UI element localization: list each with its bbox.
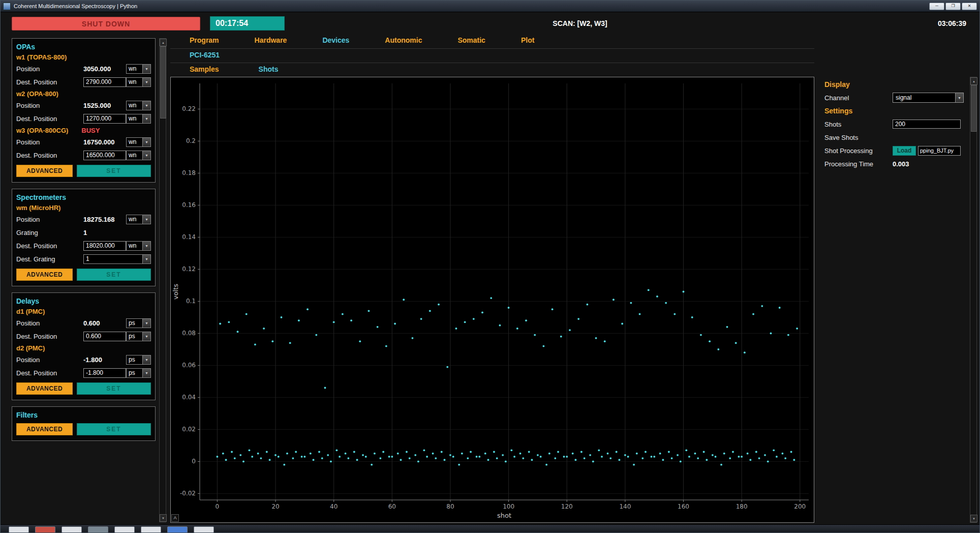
units-value: ps (127, 356, 142, 363)
scroll-up-icon[interactable]: ▲ (970, 77, 977, 85)
menu-item-devices[interactable]: Devices (322, 36, 349, 44)
minimize-button[interactable]: ─ (929, 3, 944, 10)
scroll-down-icon[interactable]: ▼ (970, 515, 977, 522)
chevron-down-icon[interactable]: ▼ (955, 93, 963, 102)
scroll-up-icon[interactable]: ▲ (160, 39, 167, 46)
chevron-down-icon[interactable]: ▼ (142, 78, 150, 86)
taskbar-item[interactable] (114, 526, 135, 533)
main-menu: ProgramHardwareDevicesAutonomicSomaticPl… (190, 36, 534, 44)
taskbar-item[interactable] (35, 526, 55, 533)
menu-item-plot[interactable]: Plot (521, 36, 534, 44)
chevron-down-icon[interactable]: ▼ (142, 255, 150, 263)
destination-input[interactable] (83, 241, 126, 251)
units-select[interactable]: wn▼ (126, 114, 151, 124)
sidebar-scrollbar[interactable]: ▲ ▼ (159, 38, 166, 522)
view-tab-samples[interactable]: Samples (190, 65, 219, 73)
shots-plot-container[interactable]: 020406080100120140160180200-0.0200.020.0… (170, 77, 814, 523)
svg-text:0.08: 0.08 (182, 330, 196, 337)
units-select[interactable]: ps▼ (126, 355, 151, 365)
load-button[interactable]: Load (893, 146, 916, 156)
shots-scatter-plot[interactable]: 020406080100120140160180200-0.0200.020.0… (171, 77, 814, 522)
advanced-button[interactable]: ADVANCED (16, 382, 73, 395)
chevron-down-icon[interactable]: ▼ (142, 215, 150, 224)
menu-item-hardware[interactable]: Hardware (255, 36, 287, 44)
hardware-sidebar: OPAsw1 (TOPAS-800)Position3050.000wn▼Des… (12, 38, 156, 522)
control-label: Dest. Grating (16, 255, 83, 263)
scroll-down-icon[interactable]: ▼ (160, 514, 167, 522)
destination-input[interactable] (83, 77, 126, 87)
set-button[interactable]: SET (77, 165, 151, 177)
scrollbar-thumb[interactable] (971, 85, 977, 132)
menu-item-autonomic[interactable]: Autonomic (385, 36, 422, 44)
svg-text:0.06: 0.06 (182, 362, 196, 369)
windows-taskbar[interactable] (1, 524, 979, 533)
units-select[interactable]: wn▼ (126, 241, 151, 251)
units-select[interactable]: ps▼ (126, 368, 151, 378)
chevron-down-icon[interactable]: ▼ (142, 138, 150, 146)
chevron-down-icon[interactable]: ▼ (142, 114, 150, 123)
grating-select[interactable]: 1▼ (83, 254, 151, 264)
set-button[interactable]: SET (77, 269, 151, 281)
scrollbar-thumb[interactable] (160, 46, 166, 119)
menu-item-program[interactable]: Program (190, 36, 219, 44)
position-readout: 0.600 (83, 319, 126, 327)
taskbar-item[interactable] (62, 526, 82, 533)
taskbar-item[interactable] (167, 526, 188, 533)
destination-input[interactable] (83, 114, 126, 124)
destination-input[interactable] (83, 368, 126, 378)
advanced-button[interactable]: ADVANCED (16, 165, 73, 177)
units-select[interactable]: wn▼ (126, 77, 151, 87)
device-tab-pci-6251[interactable]: PCI-6251 (190, 51, 220, 59)
units-value: ps (127, 369, 142, 376)
view-tabs: SamplesShots (190, 65, 278, 73)
device-heading: wm (MicroHR) (16, 202, 151, 213)
units-select[interactable]: wn▼ (126, 215, 151, 224)
svg-text:0.18: 0.18 (182, 169, 196, 176)
autoscale-button[interactable]: A (171, 514, 179, 522)
taskbar-item[interactable] (88, 526, 108, 533)
view-tab-shots[interactable]: Shots (259, 65, 279, 73)
shots-input[interactable] (893, 120, 961, 129)
chevron-down-icon[interactable]: ▼ (142, 319, 150, 328)
menu-item-somatic[interactable]: Somatic (457, 36, 485, 44)
units-select[interactable]: wn▼ (126, 64, 151, 74)
taskbar-item[interactable] (194, 526, 214, 533)
chevron-down-icon[interactable]: ▼ (142, 369, 150, 377)
channel-select[interactable]: signal ▼ (893, 93, 964, 103)
chevron-down-icon[interactable]: ▼ (142, 332, 150, 341)
svg-text:40: 40 (330, 503, 338, 510)
units-select[interactable]: ps▼ (126, 318, 151, 328)
taskbar-item[interactable] (9, 526, 29, 533)
maximize-button[interactable]: ❐ (945, 3, 961, 10)
processing-file-input[interactable] (918, 146, 961, 156)
chevron-down-icon[interactable]: ▼ (142, 101, 150, 110)
advanced-button[interactable]: ADVANCED (16, 423, 73, 435)
units-select[interactable]: wn▼ (126, 101, 151, 110)
busy-status-badge: BUSY (81, 127, 100, 134)
units-select[interactable]: wn▼ (126, 151, 151, 160)
main-scrollbar[interactable]: ▲ ▼ (970, 77, 977, 523)
chevron-down-icon[interactable]: ▼ (142, 65, 150, 73)
device-name: w2 (OPA-800) (16, 90, 58, 98)
chevron-down-icon[interactable]: ▼ (142, 242, 150, 250)
taskbar-item[interactable] (141, 526, 161, 533)
chevron-down-icon[interactable]: ▼ (142, 356, 150, 364)
control-label: Dest. Position (16, 115, 83, 123)
display-settings-panel: Display Channel signal ▼ Settings Shots … (824, 78, 968, 170)
advanced-button[interactable]: ADVANCED (16, 269, 73, 281)
destination-input[interactable] (83, 151, 126, 160)
close-button[interactable]: ✕ (962, 3, 977, 10)
chevron-down-icon[interactable]: ▼ (142, 151, 150, 160)
control-row: Grating1 (16, 226, 151, 239)
window-titlebar[interactable]: Coherent Multidimensional Spectroscopy |… (1, 1, 979, 12)
destination-input[interactable] (83, 332, 126, 341)
set-button[interactable]: SET (77, 382, 151, 395)
set-button[interactable]: SET (77, 423, 151, 435)
button-row: ADVANCEDSET (16, 165, 151, 177)
window-title: Coherent Multidimensional Spectroscopy |… (14, 3, 137, 9)
units-select[interactable]: ps▼ (126, 332, 151, 341)
shutdown-button[interactable]: SHUT DOWN (12, 17, 200, 31)
units-value: wn (127, 102, 142, 109)
units-select[interactable]: wn▼ (126, 137, 151, 147)
svg-text:200: 200 (794, 503, 806, 510)
